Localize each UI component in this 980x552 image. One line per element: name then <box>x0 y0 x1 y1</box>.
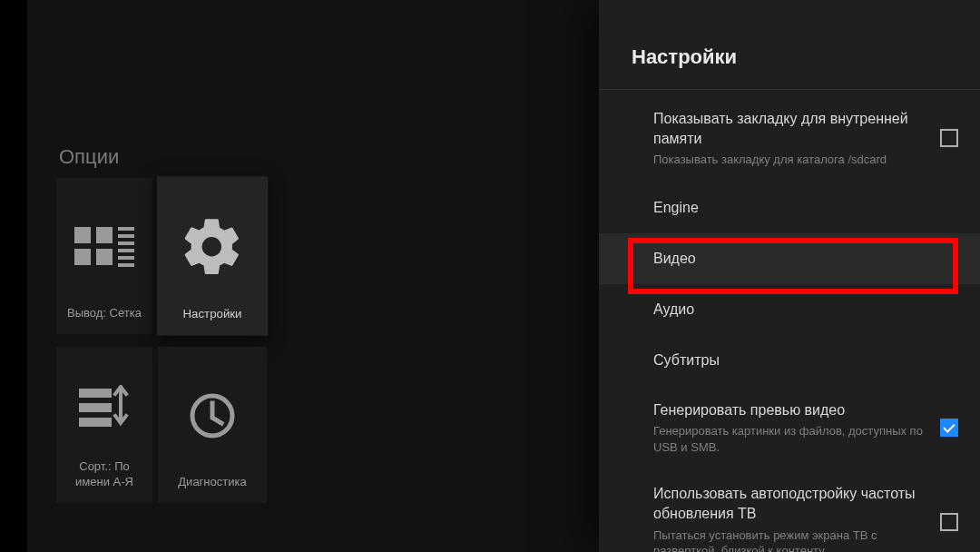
checkbox-checked[interactable] <box>940 419 958 437</box>
tile-settings[interactable]: Настройки <box>157 176 268 335</box>
settings-list: Показывать закладку для внутренней памят… <box>599 94 980 552</box>
row-primary: Использовать автоподстройку частоты обно… <box>653 484 929 523</box>
svg-rect-5 <box>118 234 134 238</box>
tile-label: Вывод: Сетка <box>67 305 142 321</box>
svg-rect-7 <box>118 249 134 252</box>
svg-rect-0 <box>74 227 91 243</box>
row-primary: Аудио <box>653 300 947 320</box>
svg-rect-4 <box>118 227 134 231</box>
row-primary: Видео <box>653 249 947 269</box>
sort-icon <box>62 358 147 458</box>
row-primary: Генерировать превью видео <box>653 400 929 420</box>
tile-sort[interactable]: Сорт.: По имени А-Я <box>56 347 152 503</box>
row-video[interactable]: Видео <box>599 233 980 284</box>
svg-rect-9 <box>118 263 134 267</box>
divider <box>599 89 980 90</box>
svg-rect-3 <box>96 249 113 265</box>
svg-rect-8 <box>118 256 134 260</box>
tile-view-grid[interactable]: Вывод: Сетка <box>56 178 152 334</box>
row-thumbs[interactable]: Генерировать превью видео Генерировать к… <box>599 386 980 470</box>
tile-label: Диагностика <box>178 474 246 490</box>
row-primary: Engine <box>653 198 947 218</box>
options-title: Опции <box>59 145 119 169</box>
clock-icon <box>163 358 261 474</box>
checkbox-unchecked[interactable] <box>940 513 958 531</box>
svg-rect-1 <box>96 227 113 243</box>
checkbox-unchecked[interactable] <box>940 129 958 147</box>
tile-label: Настройки <box>182 307 241 323</box>
settings-panel: Настройки Показывать закладку для внутре… <box>599 0 980 552</box>
left-dim-area: Опции <box>0 0 599 552</box>
row-primary: Субтитры <box>653 350 947 370</box>
svg-rect-11 <box>79 403 112 412</box>
row-secondary: Генерировать картинки из файлов, доступн… <box>653 423 929 455</box>
row-refresh[interactable]: Использовать автоподстройку частоты обно… <box>599 469 980 552</box>
svg-rect-12 <box>79 418 112 427</box>
grid-list-icon <box>62 189 147 305</box>
svg-rect-10 <box>79 389 112 398</box>
row-engine[interactable]: Engine <box>599 182 980 233</box>
panel-title: Настройки <box>632 45 980 69</box>
row-primary: Показывать закладку для внутренней памят… <box>653 109 929 148</box>
tile-label: Сорт.: По имени А-Я <box>62 458 147 490</box>
gear-icon <box>162 188 262 307</box>
row-secondary: Показывать закладку для каталога /sdcard <box>653 152 929 168</box>
svg-rect-6 <box>118 242 134 245</box>
svg-rect-2 <box>74 249 91 265</box>
row-bookmark[interactable]: Показывать закладку для внутренней памят… <box>599 94 980 182</box>
tile-diagnostics[interactable]: Диагностика <box>158 347 267 503</box>
panel-header: Настройки <box>599 0 980 89</box>
row-secondary: Пытаться установить режим экрана ТВ с ра… <box>653 527 929 552</box>
options-tiles: Вывод: Сетка Настройки <box>56 178 267 503</box>
row-subtitles[interactable]: Субтитры <box>599 335 980 386</box>
row-audio[interactable]: Аудио <box>599 284 980 335</box>
options-panel: Опции <box>27 0 599 552</box>
